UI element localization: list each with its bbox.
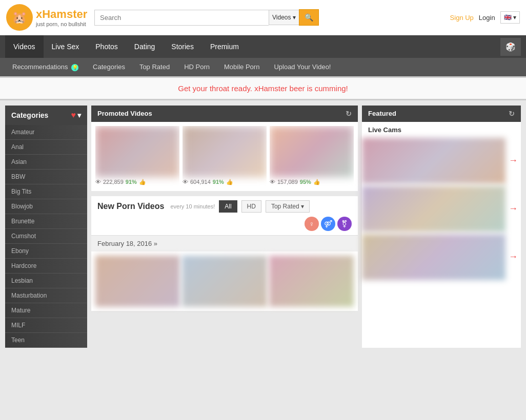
sidebar-header: Categories ♥ ▾: [5, 106, 87, 125]
header: 🐹 xHamster just porn, no bullshit Videos…: [0, 0, 526, 35]
nav-premium[interactable]: Premium: [202, 35, 247, 58]
language-selector[interactable]: 🇬🇧 ▾: [500, 11, 520, 24]
featured-section: Featured ↻ Live Cams → → →: [362, 106, 521, 348]
site-title: xHamster: [36, 8, 87, 21]
content-area: Promoted Videos ↻ 👁 222,859 91% 👍: [87, 106, 362, 348]
cam-arrow-2[interactable]: →: [505, 203, 521, 214]
search-input[interactable]: [94, 10, 269, 26]
promoted-videos-header: Promoted Videos ↻: [91, 106, 358, 122]
video-meta-2: 👁 604,914 91% 👍: [183, 177, 267, 187]
nav-stories[interactable]: Stories: [163, 35, 202, 58]
search-dropdown[interactable]: Videos ▾: [269, 10, 299, 25]
live-cams-title: Live Cams: [362, 122, 521, 138]
category-item[interactable]: Teen: [5, 333, 87, 348]
video-thumb-img-1: [95, 126, 179, 177]
featured-refresh-icon[interactable]: ↻: [509, 110, 515, 118]
video-thumb-1[interactable]: 👁 222,859 91% 👍: [95, 126, 179, 187]
filter-all-button[interactable]: All: [219, 200, 237, 213]
nav-photos[interactable]: Photos: [87, 35, 126, 58]
signup-button[interactable]: Sign Up: [450, 14, 474, 22]
category-item[interactable]: Cumshot: [5, 229, 87, 244]
cam-arrow-1[interactable]: →: [505, 155, 521, 166]
video-thumb-img-3: [270, 126, 354, 177]
cam-thumb-1[interactable]: [362, 138, 505, 184]
gender-other-icon[interactable]: ⚧: [337, 217, 352, 231]
rating-3: 95%: [300, 179, 311, 185]
gender-male-icon[interactable]: ⚤: [321, 217, 335, 231]
thumb-icon-1: 👍: [139, 179, 146, 185]
new-videos-title: New Porn Videos: [97, 202, 164, 211]
views-count-2: 604,914: [190, 179, 211, 185]
category-item[interactable]: Amateur: [5, 125, 87, 140]
video-thumb-2[interactable]: 👁 604,914 91% 👍: [183, 126, 267, 187]
nav-videos[interactable]: Videos: [5, 35, 44, 58]
nav-top-rated[interactable]: Top Rated: [132, 58, 177, 76]
recommendations-icon: 💡: [71, 64, 78, 71]
video-thumb-3[interactable]: 👁 157,089 95% 👍: [270, 126, 354, 187]
category-item[interactable]: Hardcore: [5, 259, 87, 274]
category-item[interactable]: MILF: [5, 318, 87, 333]
views-icon-3: 👁: [270, 179, 275, 185]
nav-live-sex[interactable]: Live Sex: [44, 35, 88, 58]
views-count-3: 157,089: [277, 179, 298, 185]
cam-row-2: →: [362, 186, 521, 232]
video-grid: 👁 222,859 91% 👍 👁 604,914 91% 👍: [91, 122, 358, 191]
top-rated-dropdown[interactable]: Top Rated ▾: [266, 200, 310, 213]
cam-arrow-3[interactable]: →: [505, 251, 521, 262]
frequency-label: every 10 minutes!: [170, 203, 215, 209]
site-subtitle: just porn, no bullshit: [36, 21, 87, 27]
cam-thumb-3[interactable]: [362, 234, 505, 280]
nav-mobile-porn[interactable]: Mobile Porn: [217, 58, 267, 76]
search-button[interactable]: 🔍: [299, 9, 319, 26]
category-item[interactable]: Lesbian: [5, 274, 87, 288]
rating-2: 91%: [213, 179, 224, 185]
preview-thumb-2[interactable]: [182, 256, 267, 307]
date-bar: February 18, 2016 »: [91, 236, 358, 251]
primary-nav: Videos Live Sex Photos Dating Stories Pr…: [0, 35, 526, 58]
categories-sidebar: Categories ♥ ▾ Amateur Anal Asian BBW Bi…: [5, 106, 87, 348]
nav-hd-porn[interactable]: HD Porn: [177, 58, 217, 76]
refresh-icon[interactable]: ↻: [346, 110, 352, 118]
random-button[interactable]: 🎲: [500, 38, 521, 56]
cam-row-1: →: [362, 138, 521, 184]
preview-thumb-3[interactable]: [269, 256, 354, 307]
category-item[interactable]: BBW: [5, 170, 87, 184]
category-list: Amateur Anal Asian BBW Big Tits Blowjob …: [5, 125, 87, 348]
category-item[interactable]: Brunette: [5, 214, 87, 229]
nav-upload[interactable]: Upload Your Video!: [267, 58, 338, 76]
sidebar-heart-icon[interactable]: ♥ ▾: [71, 111, 82, 120]
video-meta-3: 👁 157,089 95% 👍: [270, 177, 354, 187]
filter-hd-button[interactable]: HD: [241, 200, 261, 213]
search-area: Videos ▾ 🔍: [94, 9, 330, 26]
nav-categories[interactable]: Categories: [86, 58, 132, 76]
thumb-icon-3: 👍: [313, 179, 320, 185]
category-item[interactable]: Blowjob: [5, 199, 87, 214]
nav-recommendations[interactable]: Recommendations 💡: [5, 58, 86, 76]
gender-female-icon[interactable]: ♀: [305, 217, 319, 231]
logo-icon: 🐹: [6, 4, 33, 31]
preview-thumbnails: [91, 251, 358, 311]
video-thumb-img-2: [183, 126, 267, 177]
category-item[interactable]: Masturbation: [5, 288, 87, 303]
video-meta-1: 👁 222,859 91% 👍: [95, 177, 179, 187]
login-button[interactable]: Login: [479, 14, 495, 22]
thumb-icon-2: 👍: [226, 179, 233, 185]
preview-thumb-1[interactable]: [95, 256, 180, 307]
category-item[interactable]: Anal: [5, 140, 87, 155]
views-icon-1: 👁: [95, 179, 101, 185]
category-item[interactable]: Ebony: [5, 244, 87, 259]
new-videos-bar: New Porn Videos every 10 minutes! All HD…: [91, 196, 358, 236]
date-link[interactable]: February 18, 2016 »: [97, 240, 157, 247]
header-actions: Sign Up Login 🇬🇧 ▾: [450, 11, 520, 24]
main-container: Categories ♥ ▾ Amateur Anal Asian BBW Bi…: [0, 100, 526, 353]
logo-text: xHamster just porn, no bullshit: [36, 8, 87, 27]
featured-header: Featured ↻: [362, 106, 521, 122]
category-item[interactable]: Asian: [5, 155, 87, 170]
nav-dating[interactable]: Dating: [126, 35, 163, 58]
category-item[interactable]: Big Tits: [5, 184, 87, 199]
views-icon-2: 👁: [183, 179, 188, 185]
logo-area: 🐹 xHamster just porn, no bullshit: [6, 4, 88, 31]
cam-thumb-2[interactable]: [362, 186, 505, 232]
category-item[interactable]: Mature: [5, 303, 87, 318]
rating-1: 91%: [126, 179, 137, 185]
